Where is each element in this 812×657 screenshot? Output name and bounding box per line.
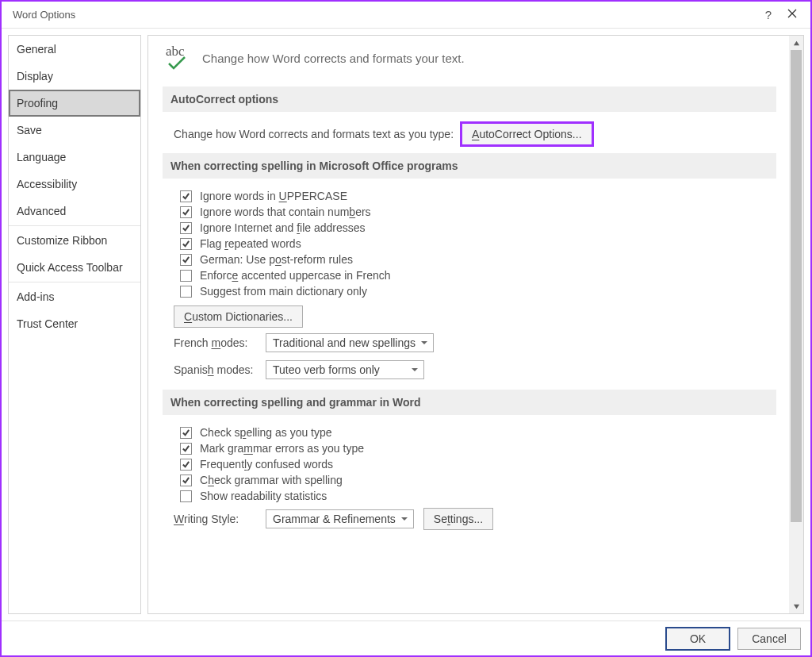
custom-dictionaries-button[interactable]: Custom Dictionaries...	[174, 305, 303, 328]
section-spelling-office-header: When correcting spelling in Microsoft Of…	[163, 153, 776, 179]
office-checkbox-5[interactable]	[180, 270, 192, 282]
scroll-thumb[interactable]	[791, 50, 802, 522]
sidebar-item-save[interactable]: Save	[9, 117, 140, 144]
word-label-3: Check grammar with spelling	[200, 474, 343, 486]
ok-button[interactable]: OK	[666, 628, 730, 650]
sidebar-item-add-ins[interactable]: Add-ins	[9, 283, 140, 310]
office-option-6: Suggest from main dictionary only	[163, 283, 776, 299]
svg-marker-3	[793, 604, 799, 608]
writing-style-label: Writing Style:	[174, 513, 256, 525]
word-option-0: Check spelling as you type	[163, 425, 776, 440]
sidebar-item-display[interactable]: Display	[9, 63, 140, 90]
scroll-track[interactable]	[789, 50, 803, 599]
scroll-down-arrow-icon[interactable]	[789, 599, 803, 613]
french-modes-dropdown[interactable]: Traditional and new spellings	[266, 333, 434, 352]
office-label-5: Enforce accented uppercase in French	[200, 269, 391, 282]
help-button[interactable]: ?	[756, 8, 780, 21]
spanish-modes-label: Spanish modes:	[174, 363, 256, 376]
word-options-dialog: Word Options ? GeneralDisplayProofingSav…	[0, 0, 812, 657]
spanish-modes-dropdown[interactable]: Tuteo verb forms only	[266, 360, 424, 379]
word-option-4: Show readability statistics	[163, 488, 776, 504]
word-label-2: Frequently confused words	[200, 458, 333, 471]
word-option-1: Mark grammar errors as you type	[163, 440, 776, 456]
sidebar-item-accessibility[interactable]: Accessibility	[9, 171, 140, 198]
office-label-6: Suggest from main dictionary only	[200, 285, 367, 298]
office-label-1: Ignore words that contain numbers	[200, 206, 371, 218]
word-checkbox-4[interactable]	[180, 490, 192, 502]
office-option-3: Flag repeated words	[163, 236, 776, 252]
sidebar-item-general[interactable]: General	[9, 36, 140, 63]
office-checkbox-0[interactable]	[180, 190, 192, 202]
sidebar-divider	[9, 282, 140, 282]
french-modes-label: French modes:	[174, 336, 256, 349]
proofing-abc-icon: abc	[163, 44, 191, 72]
office-checkbox-2[interactable]	[180, 222, 192, 234]
sidebar-item-customize-ribbon[interactable]: Customize Ribbon	[9, 227, 140, 254]
autocorrect-desc: Change how Word corrects and formats tex…	[174, 128, 454, 140]
office-option-4: German: Use post-reform rules	[163, 252, 776, 267]
office-option-2: Ignore Internet and file addresses	[163, 220, 776, 236]
office-label-4: German: Use post-reform rules	[200, 253, 353, 266]
office-label-0: Ignore words in UPPERCASE	[200, 190, 347, 202]
scroll-up-arrow-icon[interactable]	[789, 36, 803, 50]
sidebar-item-quick-access-toolbar[interactable]: Quick Access Toolbar	[9, 254, 140, 281]
word-option-3: Check grammar with spelling	[163, 472, 776, 488]
sidebar-item-proofing[interactable]: Proofing	[9, 90, 140, 117]
word-checkbox-0[interactable]	[180, 427, 192, 439]
word-label-0: Check spelling as you type	[200, 426, 332, 439]
office-checkbox-4[interactable]	[180, 254, 192, 266]
window-title: Word Options	[8, 9, 756, 21]
office-label-3: Flag repeated words	[200, 237, 301, 250]
category-sidebar: GeneralDisplayProofingSaveLanguageAccess…	[8, 35, 141, 614]
content-panel: abc Change how Word corrects and formats…	[147, 35, 804, 614]
section-autocorrect-header: AutoCorrect options	[163, 86, 776, 112]
office-option-1: Ignore words that contain numbers	[163, 204, 776, 220]
sidebar-divider	[9, 225, 140, 226]
grammar-settings-button[interactable]: Settings...	[423, 508, 493, 530]
office-checkbox-6[interactable]	[180, 286, 192, 298]
cancel-button[interactable]: Cancel	[737, 628, 801, 650]
dialog-footer: OK Cancel	[2, 620, 810, 655]
office-checkbox-3[interactable]	[180, 238, 192, 250]
sidebar-item-trust-center[interactable]: Trust Center	[9, 310, 140, 337]
section-spelling-word-header: When correcting spelling and grammar in …	[163, 390, 776, 415]
page-subtitle: Change how Word corrects and formats you…	[202, 52, 465, 65]
sidebar-item-language[interactable]: Language	[9, 144, 140, 171]
office-label-2: Ignore Internet and file addresses	[200, 221, 366, 234]
titlebar: Word Options ?	[2, 2, 810, 29]
word-option-2: Frequently confused words	[163, 456, 776, 472]
vertical-scrollbar[interactable]	[789, 36, 803, 613]
writing-style-dropdown[interactable]: Grammar & Refinements	[266, 509, 414, 528]
autocorrect-options-button[interactable]: AutoCorrect Options...	[462, 123, 592, 145]
office-checkbox-1[interactable]	[180, 206, 192, 218]
word-label-4: Show readability statistics	[200, 490, 327, 502]
sidebar-item-advanced[interactable]: Advanced	[9, 198, 140, 225]
word-checkbox-3[interactable]	[180, 474, 192, 486]
svg-marker-2	[793, 40, 799, 44]
word-checkbox-1[interactable]	[180, 443, 192, 455]
word-label-1: Mark grammar errors as you type	[200, 442, 364, 455]
office-option-0: Ignore words in UPPERCASE	[163, 188, 776, 204]
office-option-5: Enforce accented uppercase in French	[163, 267, 776, 283]
word-checkbox-2[interactable]	[180, 459, 192, 471]
close-button[interactable]	[780, 9, 804, 21]
